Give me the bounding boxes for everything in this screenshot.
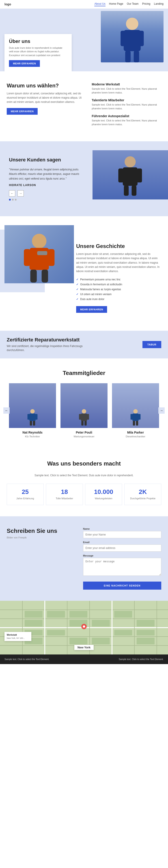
contact-subtitle: Bilder von Freepik bbox=[7, 536, 76, 539]
nav-pricing[interactable]: Pricing bbox=[142, 2, 150, 6]
mechanic-illustration bbox=[107, 16, 157, 62]
testimonials-section: Unsere Kunden sagen "Venean pulvinar dui… bbox=[0, 141, 168, 216]
testimonial-arrows: ← → bbox=[9, 190, 84, 196]
testimonial-mechanic-photo bbox=[92, 150, 168, 199]
spacer-1 bbox=[0, 216, 168, 225]
why-section: Warum uns wählen? Lorem ipsum dolor sit … bbox=[0, 71, 168, 141]
svg-rect-50 bbox=[25, 611, 43, 618]
why-cta-button[interactable]: MEHR ERFAHREN bbox=[7, 108, 38, 115]
team-next-button[interactable]: → bbox=[158, 407, 165, 414]
message-textarea[interactable] bbox=[83, 558, 162, 576]
svg-point-67 bbox=[83, 625, 85, 628]
hero-cta-button[interactable]: MEHR ERFAHREN bbox=[9, 60, 40, 67]
feature-3-text: Sample text. Click to select the Text El… bbox=[92, 119, 162, 126]
hero-white-box: Über uns Duis aute irure dolor in repreh… bbox=[4, 34, 72, 71]
quote-author: HIDRATE LARSON bbox=[9, 184, 84, 187]
svg-point-6 bbox=[125, 156, 136, 167]
stat-1-number: 25 bbox=[10, 488, 40, 495]
svg-rect-56 bbox=[92, 620, 110, 626]
svg-rect-26 bbox=[81, 414, 87, 421]
svg-rect-32 bbox=[132, 414, 139, 421]
certified-title: Zertifizierte Reparaturwerkstatt bbox=[7, 337, 101, 343]
svg-rect-28 bbox=[87, 414, 89, 420]
testimonial-image bbox=[92, 150, 168, 207]
svg-rect-59 bbox=[47, 630, 65, 636]
svg-rect-7 bbox=[123, 167, 138, 186]
nav-about[interactable]: About Us bbox=[94, 2, 105, 6]
history-section: Unsere Geschichte Lorem ipsum dolor sit … bbox=[0, 225, 168, 331]
svg-point-12 bbox=[32, 234, 47, 248]
dot-2[interactable] bbox=[12, 199, 14, 200]
quote-text: "Venean pulvinar dui ornare, feugiat lor… bbox=[9, 167, 84, 181]
dot-3[interactable] bbox=[15, 199, 17, 200]
next-arrow[interactable]: → bbox=[18, 190, 24, 196]
footer-text-right: Sample text. Click to select the Text El… bbox=[119, 658, 164, 660]
svg-rect-18 bbox=[37, 251, 47, 255]
team-prev-button[interactable]: ← bbox=[3, 407, 10, 414]
hero-section: Über uns Duis aute irure dolor in repreh… bbox=[0, 9, 168, 71]
history-title: Unsere Geschichte bbox=[76, 243, 161, 249]
why-left: Warum uns wählen? Lorem ipsum dolor sit … bbox=[7, 83, 92, 115]
stats-grid: 25 Jahre Erfahrung 18 Tolle Mitarbeiter … bbox=[7, 484, 161, 505]
svg-rect-29 bbox=[81, 421, 84, 426]
team-name-2: Peter Pouli bbox=[60, 431, 108, 434]
certified-section: Zertifizierte Reparaturwerkstatt Wir sin… bbox=[0, 331, 168, 359]
footer-text-left: Sample text. Click to select the Text El… bbox=[4, 658, 49, 660]
team-person-3-illustration bbox=[128, 408, 143, 428]
why-title: Warum uns wählen? bbox=[7, 83, 85, 89]
team-photo-2 bbox=[60, 383, 108, 428]
certified-cta-button[interactable]: TABUR bbox=[142, 341, 161, 348]
team-name-3: Mila Parker bbox=[112, 431, 159, 434]
svg-rect-51 bbox=[47, 611, 65, 618]
history-text: Lorem ipsum dolor sit amet, consectetur … bbox=[76, 252, 161, 274]
feature-1-title: Moderne Werkstatt bbox=[92, 83, 162, 86]
form-message-row: Message bbox=[83, 554, 162, 577]
map-city-label: New York bbox=[74, 645, 94, 650]
certified-text-block: Zertifizierte Reparaturwerkstatt Wir sin… bbox=[7, 337, 101, 352]
svg-rect-23 bbox=[30, 421, 32, 426]
stat-3: 10.000 Wartungsleisten bbox=[85, 484, 122, 505]
stat-1-label: Jahre Erfahrung bbox=[10, 497, 40, 500]
nav-landing[interactable]: Landing bbox=[154, 2, 164, 6]
team-role-2: Wartungsmonteuer bbox=[60, 435, 108, 438]
location-business: Werkstatt bbox=[7, 634, 29, 636]
svg-rect-63 bbox=[69, 638, 87, 644]
footer-left: Sample text. Click to select the Text El… bbox=[4, 658, 49, 660]
submit-button[interactable]: EINE NACHRICHT SENDEN bbox=[83, 582, 162, 590]
check-5: Duis aute irure dolor bbox=[76, 298, 161, 301]
team-photo-3 bbox=[112, 383, 159, 428]
svg-point-0 bbox=[126, 18, 138, 30]
team-section: Teammitglieder ← bbox=[0, 359, 168, 449]
svg-rect-24 bbox=[33, 421, 35, 426]
nav-home[interactable]: Home Page bbox=[109, 2, 123, 6]
history-cta-button[interactable]: MEHR ERFAHREN bbox=[76, 306, 107, 313]
svg-point-19 bbox=[30, 409, 35, 414]
svg-rect-5 bbox=[134, 51, 139, 62]
svg-rect-14 bbox=[24, 249, 30, 266]
form-email-row: Email bbox=[83, 541, 162, 552]
check-4: Ut ortem ad minim veniam bbox=[76, 293, 161, 296]
stat-4-number: 2K bbox=[128, 488, 158, 495]
svg-rect-53 bbox=[114, 611, 132, 618]
svg-rect-9 bbox=[137, 168, 142, 182]
stat-1: 25 Jahre Erfahrung bbox=[7, 484, 44, 505]
dot-1[interactable] bbox=[9, 199, 11, 200]
hero-image bbox=[101, 11, 164, 62]
feature-1: Moderne Werkstatt Sample text. Click to … bbox=[92, 83, 162, 94]
svg-rect-27 bbox=[79, 414, 81, 420]
check-1: Permentum posuere urna nec linc bbox=[76, 278, 161, 281]
nav-team[interactable]: Our Team bbox=[127, 2, 138, 6]
special-section: Was uns besonders macht Sample text. Cli… bbox=[0, 449, 168, 516]
svg-rect-22 bbox=[35, 414, 38, 420]
certified-text: Wir sind zertifiziert, die regelmäßige I… bbox=[7, 344, 101, 352]
feature-2-text: Sample text. Click to select the Text El… bbox=[92, 103, 162, 110]
stat-2-number: 18 bbox=[50, 488, 79, 495]
history-checklist: Permentum posuere urna nec linc Gravida … bbox=[76, 278, 161, 301]
message-label: Message bbox=[83, 554, 162, 557]
svg-rect-4 bbox=[125, 51, 131, 62]
name-input[interactable] bbox=[83, 531, 162, 538]
team-role-1: Kfz-Techniker bbox=[9, 435, 56, 438]
email-input[interactable] bbox=[83, 545, 162, 552]
why-text: Lorem ipsum dolor sit amet, consectetur … bbox=[7, 91, 85, 104]
prev-arrow[interactable]: ← bbox=[9, 190, 15, 196]
